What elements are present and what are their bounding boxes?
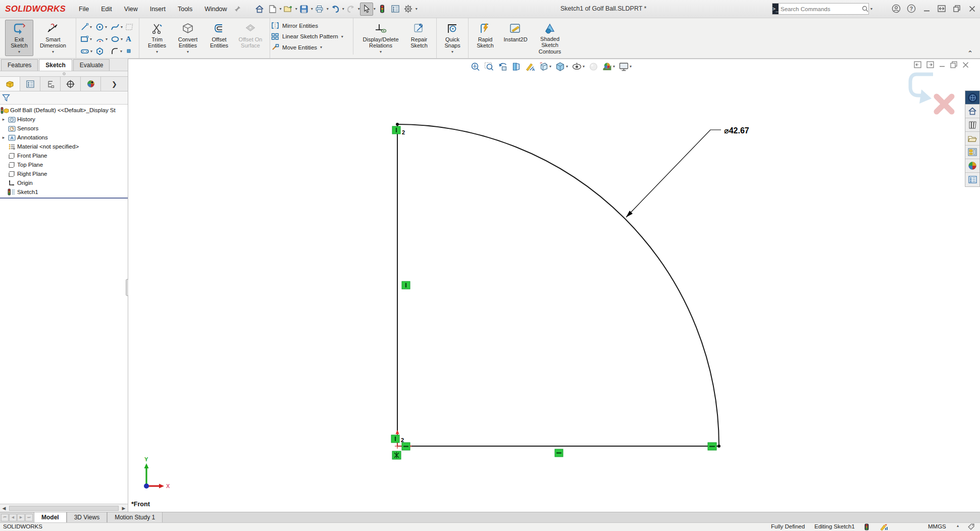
tree-item-origin[interactable]: Origin [0, 178, 128, 187]
units-dropdown-icon[interactable]: ▴ [957, 523, 959, 528]
mirror-entities-button[interactable]: Mirror Entities [271, 20, 318, 31]
trim-entities-dropdown-icon[interactable]: ▾ [156, 50, 158, 55]
horizontal-relation-icon-corner[interactable] [402, 443, 410, 450]
search-icon[interactable] [860, 6, 870, 12]
statusbar-tag-icon[interactable] [967, 523, 975, 530]
polygon-tool-button[interactable] [94, 46, 109, 56]
point-tool-button[interactable] [125, 47, 136, 55]
new-document-button[interactable] [266, 3, 279, 16]
quick-snaps-dropdown-icon[interactable]: ▾ [451, 50, 453, 55]
menu-file[interactable]: File [73, 4, 95, 15]
line-tool-button[interactable]: ▾ [79, 22, 93, 32]
home-button[interactable] [253, 3, 266, 16]
arc-endpoint-right[interactable] [717, 445, 720, 448]
scrollbar-thumb[interactable] [9, 506, 119, 511]
menu-tools[interactable]: Tools [172, 4, 198, 15]
pin-menu-icon[interactable] [234, 6, 241, 12]
shaded-sketch-contours-button[interactable]: Shaded Sketch Contours [532, 20, 568, 56]
arc-endpoint-top[interactable] [396, 123, 399, 126]
display-manager-tab[interactable] [81, 77, 101, 91]
rollback-bar[interactable] [0, 198, 128, 199]
sketch-canvas[interactable]: ⌀42.67 2 [128, 59, 980, 512]
line-dropdown-icon[interactable]: ▾ [90, 25, 92, 29]
search-commands-input[interactable] [779, 6, 860, 12]
menu-view[interactable]: View [118, 4, 144, 15]
quick-tips-icon[interactable] [880, 523, 888, 530]
slot-dropdown-icon[interactable]: ▾ [90, 49, 92, 54]
restore-window-icon[interactable] [951, 3, 963, 15]
filter-icon[interactable] [2, 94, 10, 102]
display-delete-relations-button[interactable]: Display/Delete Relations ▾ [356, 20, 405, 56]
tree-item-front-plane[interactable]: Front Plane [0, 151, 128, 160]
sketch-plane-tool-button[interactable] [125, 22, 136, 32]
tree-root-item[interactable]: Golf Ball (Default) <<Default>_Display S… [0, 106, 128, 115]
expand-caret-icon[interactable]: ▸ [0, 117, 7, 122]
open-button[interactable] [282, 3, 295, 16]
property-manager-tab[interactable] [20, 77, 40, 91]
search-scope-icon[interactable]: >_ [772, 4, 779, 14]
menu-window[interactable]: Window [198, 4, 233, 15]
rectangle-tool-button[interactable]: ▾ [79, 34, 93, 44]
tree-item-top-plane[interactable]: Top Plane [0, 160, 128, 169]
spline-dropdown-icon[interactable]: ▾ [121, 25, 123, 29]
ellipse-dropdown-icon[interactable]: ▾ [121, 37, 123, 41]
vertical-relation-icon-top[interactable]: 2 [392, 126, 405, 135]
circle-dropdown-icon[interactable]: ▾ [105, 25, 107, 29]
tab-sketch[interactable]: Sketch [39, 59, 72, 71]
slot-tool-button[interactable]: ▾ [79, 46, 93, 56]
tab-3d-views[interactable]: 3D Views [67, 512, 107, 522]
vertical-relation-icon-bottom[interactable]: 2 [391, 435, 404, 443]
move-entities-dropdown-icon[interactable]: ▾ [320, 45, 322, 50]
smart-dimension-dropdown-icon[interactable]: ▾ [52, 50, 54, 55]
undo-button[interactable] [329, 3, 342, 16]
graphics-viewport[interactable]: A ▾ ▾ ▾ ▾ ▾ [128, 59, 980, 512]
help-icon[interactable]: ? [905, 3, 917, 15]
rebuild-button[interactable] [376, 3, 389, 16]
user-account-icon[interactable] [890, 3, 902, 15]
circle-tool-button[interactable]: ▾ [94, 22, 109, 32]
expand-caret-icon[interactable]: ▸ [0, 135, 7, 140]
save-button[interactable] [297, 3, 311, 16]
exit-sketch-dropdown-icon[interactable]: ▾ [18, 50, 20, 55]
menu-edit[interactable]: Edit [95, 4, 118, 15]
file-properties-button[interactable] [389, 3, 402, 16]
units-label[interactable]: MMGS [928, 523, 946, 529]
quick-snaps-button[interactable]: Quick Snaps ▾ [440, 20, 465, 56]
fixed-relation-icon[interactable] [392, 451, 401, 459]
arc-tool-button[interactable]: ▾ [94, 34, 109, 44]
arc-dropdown-icon[interactable]: ▾ [106, 37, 108, 41]
text-tool-button[interactable]: A [125, 34, 136, 44]
minimize-window-icon[interactable] [920, 3, 933, 15]
trim-entities-button[interactable]: Trim Entities ▾ [142, 20, 172, 56]
repair-sketch-button[interactable]: Repair Sketch [405, 20, 433, 56]
statusbar-rebuild-icon[interactable] [864, 523, 869, 530]
smart-dimension-button[interactable]: Smart Dimension ▾ [33, 20, 73, 56]
horizontal-relation-icon-right[interactable] [708, 443, 716, 450]
first-tab-icon[interactable]: ⏮ [1, 514, 9, 521]
ellipse-tool-button[interactable]: ▾ [110, 34, 124, 44]
scroll-right-icon[interactable]: ▶ [120, 506, 128, 511]
spline-tool-button[interactable]: ▾ [110, 22, 124, 32]
options-gear-button[interactable] [402, 3, 415, 16]
exit-sketch-button[interactable]: Exit Sketch ▾ [5, 20, 33, 56]
redo-button[interactable] [344, 3, 357, 16]
tab-motion-study[interactable]: Motion Study 1 [107, 512, 163, 522]
convert-entities-dropdown-icon[interactable]: ▾ [187, 50, 189, 55]
vertical-relation-icon-middle[interactable] [402, 281, 410, 289]
tree-item-annotations[interactable]: ▸ A Annotations [0, 133, 128, 142]
tree-item-sketch1[interactable]: Sketch1 [0, 187, 128, 197]
tree-item-sensors[interactable]: Sensors [0, 124, 128, 133]
fillet-dropdown-icon[interactable]: ▾ [120, 49, 122, 54]
offset-entities-button[interactable]: Offset Entities [204, 20, 234, 56]
tree-item-right-plane[interactable]: Right Plane [0, 169, 128, 178]
scroll-left-icon[interactable]: ◀ [0, 506, 8, 511]
next-tab-icon[interactable]: ▶ [17, 514, 25, 521]
panel-grip[interactable] [0, 71, 128, 76]
print-button[interactable] [313, 3, 326, 16]
sketch-arc[interactable] [397, 124, 719, 446]
convert-entities-button[interactable]: Convert Entities ▾ [172, 20, 204, 56]
ribbon-collapse-icon[interactable]: ⌃ [967, 50, 973, 57]
feature-manager-tab[interactable] [0, 77, 20, 91]
panel-horizontal-scrollbar[interactable]: ◀ ▶ [0, 504, 128, 512]
rectangle-dropdown-icon[interactable]: ▾ [90, 37, 92, 41]
